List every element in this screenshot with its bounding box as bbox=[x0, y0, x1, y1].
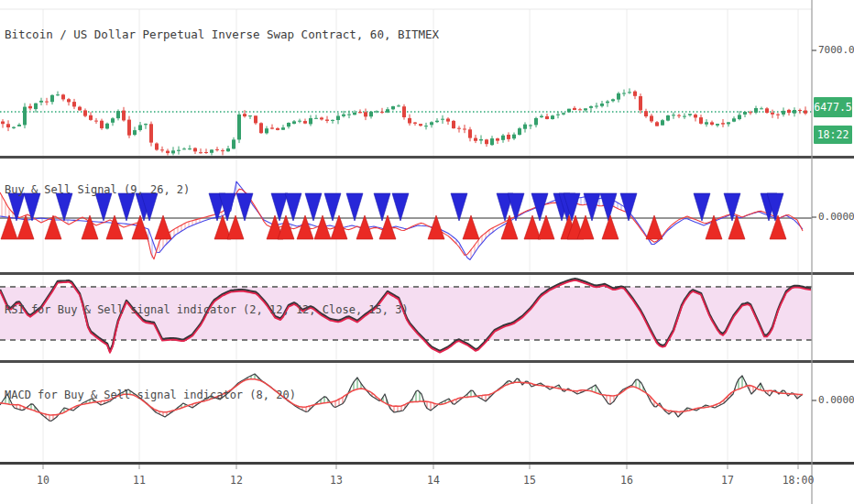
buy-signal-triangle bbox=[297, 215, 313, 239]
buy-signal-triangle bbox=[82, 215, 98, 239]
time-axis-label: 18:00 bbox=[783, 474, 815, 487]
macd-pane bbox=[0, 374, 803, 421]
signal-triangles bbox=[1, 193, 786, 239]
buy-signal-triangle bbox=[132, 215, 148, 239]
sell-signal-triangle bbox=[451, 193, 467, 221]
buy-signal-triangle bbox=[227, 215, 244, 239]
sell-signal-triangle bbox=[56, 193, 72, 221]
time-axis-label: 11 bbox=[133, 474, 146, 487]
pane-separator[interactable] bbox=[0, 272, 854, 275]
buy-signal-triangle bbox=[106, 215, 123, 239]
buy-signal-triangle bbox=[646, 215, 662, 239]
sell-signal-triangle bbox=[285, 193, 301, 221]
sell-signal-triangle bbox=[95, 193, 112, 221]
sell-signal-triangle bbox=[620, 193, 637, 221]
sell-signal-triangle bbox=[694, 193, 710, 221]
rsi-pane bbox=[0, 279, 812, 353]
buy-signal-triangle bbox=[1, 215, 17, 239]
pane-separators bbox=[0, 0, 854, 504]
time-axis-label: 16 bbox=[620, 474, 633, 487]
trading-chart-window: Bitcoin / US Dollar Perpetual Inverse Sw… bbox=[0, 0, 854, 504]
sell-signal-triangle bbox=[236, 193, 253, 221]
buy-signal-triangle bbox=[463, 215, 479, 239]
sell-signal-triangle bbox=[346, 193, 363, 221]
sell-signal-triangle bbox=[118, 193, 135, 221]
countdown-badge: 18:22 bbox=[814, 126, 852, 144]
time-axis-label: 13 bbox=[330, 474, 343, 487]
chart-canvas[interactable] bbox=[0, 0, 854, 504]
buy-signal-triangle bbox=[770, 215, 786, 239]
buy-signal-triangle bbox=[602, 215, 619, 239]
last-price-badge: 6477.5 bbox=[814, 97, 852, 117]
candlestick-pane bbox=[0, 88, 812, 155]
pane-separator[interactable] bbox=[0, 156, 854, 159]
time-axis-label: 14 bbox=[427, 474, 440, 487]
time-axis-label: 15 bbox=[523, 474, 536, 487]
buy-signal-triangle bbox=[155, 215, 171, 239]
time-axis[interactable]: 10 11 12 13 14 15 16 17 18:00 bbox=[0, 463, 854, 504]
sell-signal-triangle bbox=[392, 193, 409, 221]
time-axis-label: 17 bbox=[721, 474, 734, 487]
sell-signal-triangle bbox=[305, 193, 322, 221]
time-axis-label: 12 bbox=[230, 474, 243, 487]
buy-signal-triangle bbox=[728, 215, 745, 239]
buy-signal-triangle bbox=[524, 215, 541, 239]
pane-separator[interactable] bbox=[0, 360, 854, 363]
time-axis-label: 10 bbox=[37, 474, 49, 487]
